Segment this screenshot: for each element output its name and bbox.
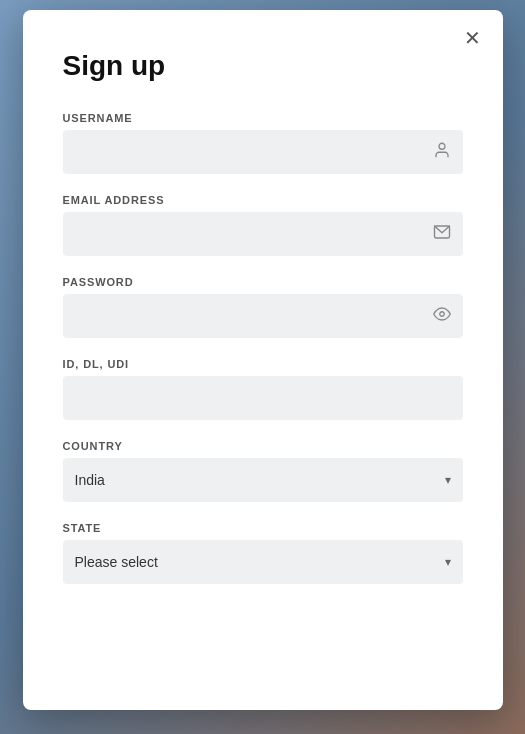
close-icon: ✕ [464,27,481,49]
state-select[interactable]: Please select Andhra Pradesh Delhi Karna… [63,540,463,584]
close-button[interactable]: ✕ [456,24,489,52]
country-select[interactable]: India United States United Kingdom Austr… [63,458,463,502]
email-input-wrapper [63,212,463,256]
state-group: STATE Please select Andhra Pradesh Delhi… [63,522,463,584]
country-group: COUNTRY India United States United Kingd… [63,440,463,502]
state-select-wrapper: Please select Andhra Pradesh Delhi Karna… [63,540,463,584]
id-label: ID, DL, UDI [63,358,463,370]
email-group: EMAIL ADDRESS [63,194,463,256]
username-input[interactable] [63,130,463,174]
email-input[interactable] [63,212,463,256]
password-input-wrapper [63,294,463,338]
username-group: USERNAME [63,112,463,174]
id-input-wrapper [63,376,463,420]
svg-point-2 [439,312,444,317]
password-label: PASSWORD [63,276,463,288]
password-input[interactable] [63,294,463,338]
eye-icon[interactable] [433,305,451,327]
country-label: COUNTRY [63,440,463,452]
username-input-wrapper [63,130,463,174]
id-group: ID, DL, UDI [63,358,463,420]
password-group: PASSWORD [63,276,463,338]
country-select-wrapper: India United States United Kingdom Austr… [63,458,463,502]
modal-title: Sign up [63,50,463,82]
email-label: EMAIL ADDRESS [63,194,463,206]
username-label: USERNAME [63,112,463,124]
id-input[interactable] [63,376,463,420]
state-label: STATE [63,522,463,534]
signup-modal: ✕ Sign up USERNAME EMAIL A [23,10,503,710]
